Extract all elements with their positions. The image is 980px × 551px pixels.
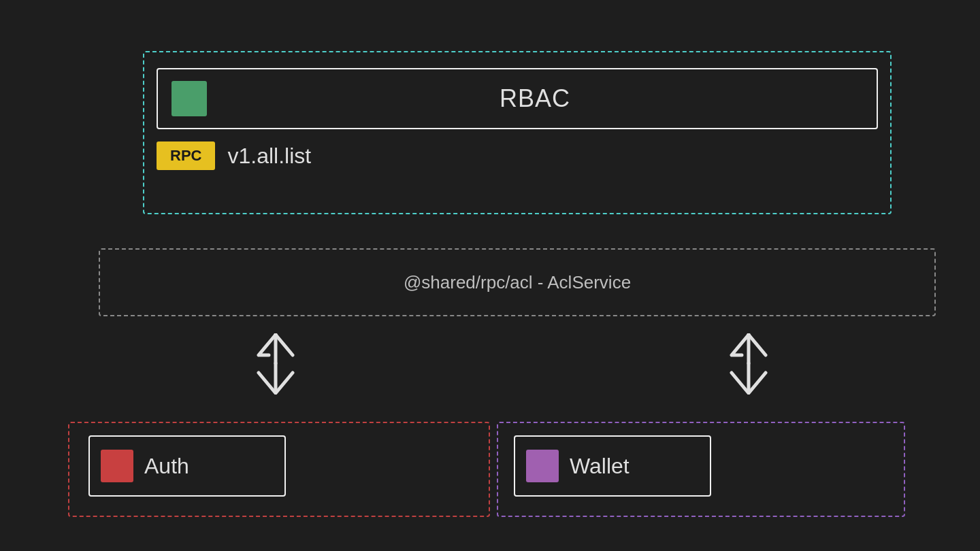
left-arrow-icon bbox=[248, 333, 303, 395]
rpc-row: RPC v1.all.list bbox=[157, 141, 311, 170]
diagram-container: RBAC RPC v1.all.list @shared/rpc/acl - A… bbox=[0, 0, 980, 551]
rbac-box: RBAC bbox=[157, 68, 878, 129]
rbac-green-icon bbox=[172, 81, 207, 116]
auth-red-icon bbox=[101, 450, 133, 482]
auth-label: Auth bbox=[144, 454, 189, 479]
rbac-label: RBAC bbox=[207, 84, 863, 113]
svg-line-0 bbox=[276, 335, 293, 355]
right-arrow-icon bbox=[721, 333, 776, 395]
acl-service-box: @shared/rpc/acl - AclService bbox=[99, 248, 936, 316]
wallet-label: Wallet bbox=[570, 454, 630, 479]
acl-service-label: @shared/rpc/acl - AclService bbox=[404, 272, 631, 293]
wallet-box: Wallet bbox=[514, 435, 711, 497]
auth-box: Auth bbox=[88, 435, 286, 497]
rpc-method-label: v1.all.list bbox=[227, 144, 311, 169]
wallet-purple-icon bbox=[526, 450, 559, 482]
rpc-badge: RPC bbox=[157, 141, 215, 170]
svg-line-3 bbox=[749, 335, 766, 355]
